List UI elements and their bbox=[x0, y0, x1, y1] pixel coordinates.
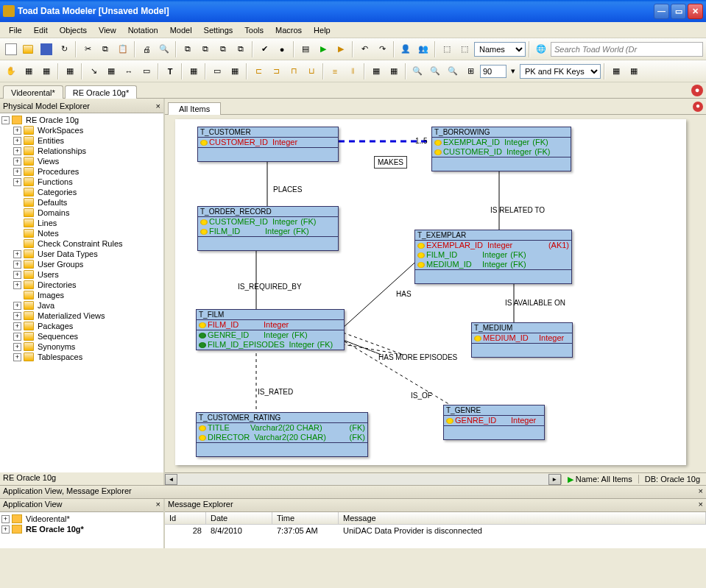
tree-item[interactable]: Check Constraint Rules bbox=[36, 239, 124, 248]
hand-tool[interactable]: ✋ bbox=[3, 63, 19, 79]
msg-close[interactable]: × bbox=[699, 500, 703, 511]
tree-expand-icon[interactable]: + bbox=[13, 137, 21, 145]
diagram-paper[interactable]: T_CUSTOMER CUSTOMER_IDInteger T_BORROWIN… bbox=[175, 119, 686, 465]
entity-tool-2[interactable]: ▦ bbox=[38, 63, 54, 79]
align-tool-2[interactable]: ⊐ bbox=[268, 63, 284, 79]
app-item-re-oracle[interactable]: RE Oracle 10g* bbox=[24, 525, 85, 534]
tree-item[interactable]: Domains bbox=[36, 208, 71, 217]
zoom-out-tool[interactable]: 🔍 bbox=[445, 63, 461, 79]
menu-macros[interactable]: Macros bbox=[269, 24, 308, 36]
tree-expand-icon[interactable]: + bbox=[1, 525, 10, 534]
bottom-combined-close[interactable]: × bbox=[699, 486, 703, 497]
menu-tools[interactable]: Tools bbox=[239, 24, 269, 36]
rel-tool-1[interactable]: ↘ bbox=[85, 63, 102, 79]
tree-item[interactable]: Functions bbox=[36, 177, 74, 186]
tree-item[interactable]: User Groups bbox=[36, 260, 85, 269]
close-tab-button[interactable]: ● bbox=[691, 85, 703, 96]
tree-item[interactable]: Java bbox=[36, 301, 56, 310]
tree-expand-icon[interactable]: + bbox=[13, 157, 21, 166]
canvas-viewport[interactable]: T_CUSTOMER CUSTOMER_IDInteger T_BORROWIN… bbox=[165, 115, 706, 472]
tree-expand-icon[interactable]: + bbox=[13, 127, 21, 135]
tree-expand-icon[interactable]: + bbox=[13, 250, 21, 258]
tree-collapse-icon[interactable]: − bbox=[1, 116, 10, 124]
entity-order-record[interactable]: T_ORDER_RECORD CUSTOMER_IDInteger(FK) FI… bbox=[197, 206, 339, 251]
convert-button[interactable]: ⧉ bbox=[215, 41, 231, 57]
tree-expand-icon[interactable] bbox=[13, 199, 21, 207]
entity-tool[interactable]: ▦ bbox=[21, 63, 37, 79]
print-preview-button[interactable]: 🔍 bbox=[156, 41, 172, 57]
tree-expand-icon[interactable]: + bbox=[13, 147, 21, 155]
tree-expand-icon[interactable]: + bbox=[13, 178, 21, 186]
tree-expand-icon[interactable]: + bbox=[13, 281, 21, 289]
fit-tool[interactable]: ⊞ bbox=[462, 63, 479, 79]
align-tool-1[interactable]: ⊏ bbox=[250, 63, 266, 79]
msg-col-id[interactable]: Id bbox=[165, 512, 206, 524]
stamp-tool[interactable]: ▦ bbox=[186, 63, 202, 79]
tree-item[interactable]: Images bbox=[36, 291, 66, 300]
tree-expand-icon[interactable]: + bbox=[13, 312, 21, 320]
tree-expand-icon[interactable]: + bbox=[13, 261, 21, 269]
close-button[interactable]: ✕ bbox=[688, 4, 703, 19]
tree-item[interactable]: Relationships bbox=[36, 146, 88, 155]
ungroup-tool[interactable]: ▦ bbox=[386, 63, 402, 79]
note-tool[interactable]: ▭ bbox=[138, 63, 155, 79]
tree-expand-icon[interactable]: + bbox=[13, 322, 21, 330]
zoom-in-tool[interactable]: 🔍 bbox=[427, 63, 443, 79]
tree-expand-icon[interactable]: + bbox=[13, 271, 21, 279]
tree-expand-icon[interactable]: + bbox=[13, 302, 21, 310]
zoom-tool[interactable]: 🔍 bbox=[409, 63, 426, 79]
new-button[interactable] bbox=[3, 41, 19, 57]
copy-button[interactable]: ⧉ bbox=[97, 41, 113, 57]
script-button[interactable]: ▤ bbox=[297, 41, 314, 57]
minimize-button[interactable]: — bbox=[654, 4, 669, 19]
refresh-button[interactable]: ↻ bbox=[56, 41, 72, 57]
search-input[interactable] bbox=[551, 42, 703, 57]
tree-item[interactable]: Packages bbox=[36, 322, 74, 330]
tree-expand-icon[interactable] bbox=[13, 230, 21, 238]
tree-item[interactable]: Views bbox=[36, 157, 60, 166]
rel-tool-3[interactable]: ↔ bbox=[121, 63, 137, 79]
msg-row[interactable]: 28 8/4/2010 7:37:05 AM UniDAC Data Provi… bbox=[165, 525, 706, 536]
tree-item[interactable]: Users bbox=[36, 270, 60, 279]
msg-col-time[interactable]: Time bbox=[272, 512, 339, 524]
menu-help[interactable]: Help bbox=[308, 24, 336, 36]
tree-item[interactable]: User Data Types bbox=[36, 249, 99, 258]
menu-settings[interactable]: Settings bbox=[198, 24, 239, 36]
rel-tool-2[interactable]: ▦ bbox=[103, 63, 119, 79]
scroll-right-button[interactable]: ► bbox=[548, 474, 561, 485]
entity-medium[interactable]: T_MEDIUM MEDIUM_IDInteger bbox=[471, 322, 573, 358]
tree-expand-icon[interactable]: + bbox=[1, 515, 10, 523]
sync-button[interactable]: ⧉ bbox=[233, 41, 249, 57]
dist-tool-1[interactable]: ≡ bbox=[327, 63, 343, 79]
msg-col-date[interactable]: Date bbox=[206, 512, 272, 524]
zoom-input[interactable] bbox=[480, 65, 506, 78]
scroll-left-button[interactable]: ◄ bbox=[165, 474, 177, 485]
tree-expand-icon[interactable]: + bbox=[13, 343, 21, 351]
users-button[interactable]: 👥 bbox=[415, 41, 431, 57]
tree-expand-icon[interactable]: + bbox=[13, 168, 21, 176]
canvas-tab-all[interactable]: All Items bbox=[168, 102, 221, 115]
select-tool[interactable]: ▦ bbox=[227, 63, 243, 79]
tree-item[interactable]: Lines bbox=[36, 219, 58, 227]
tree-item[interactable]: Materialized Views bbox=[36, 311, 107, 320]
run-button[interactable]: ▶ bbox=[315, 41, 331, 57]
tree-item[interactable]: Tablespaces bbox=[36, 353, 84, 361]
tree-root[interactable]: RE Oracle 10g bbox=[24, 116, 80, 124]
user-button[interactable]: 👤 bbox=[398, 41, 414, 57]
entity-borrowing[interactable]: T_BORROWING EXEMPLAR_IDInteger(FK) CUSTO… bbox=[431, 127, 571, 171]
doc-tab-videorental[interactable]: Videorental* bbox=[3, 85, 63, 99]
tree-expand-icon[interactable] bbox=[13, 240, 21, 248]
doc-tab-re-oracle[interactable]: RE Oracle 10g* bbox=[65, 85, 137, 99]
undo-button[interactable]: ↶ bbox=[356, 41, 373, 57]
app-item-videorental[interactable]: Videorental* bbox=[24, 514, 71, 523]
tree-expand-icon[interactable] bbox=[13, 291, 21, 300]
open-button[interactable] bbox=[21, 41, 37, 57]
level-tool-2[interactable]: ▦ bbox=[626, 63, 642, 79]
tree-item[interactable]: Directories bbox=[36, 280, 78, 289]
zoom-spinner[interactable]: ▾ bbox=[508, 63, 518, 79]
entity-genre[interactable]: T_GENRE GENRE_IDInteger bbox=[443, 405, 545, 440]
menu-model[interactable]: Model bbox=[164, 24, 198, 36]
compare-button[interactable]: ⧉ bbox=[180, 41, 196, 57]
tree-item[interactable]: Notes bbox=[36, 229, 60, 238]
dist-tool-2[interactable]: ⫴ bbox=[345, 63, 361, 79]
